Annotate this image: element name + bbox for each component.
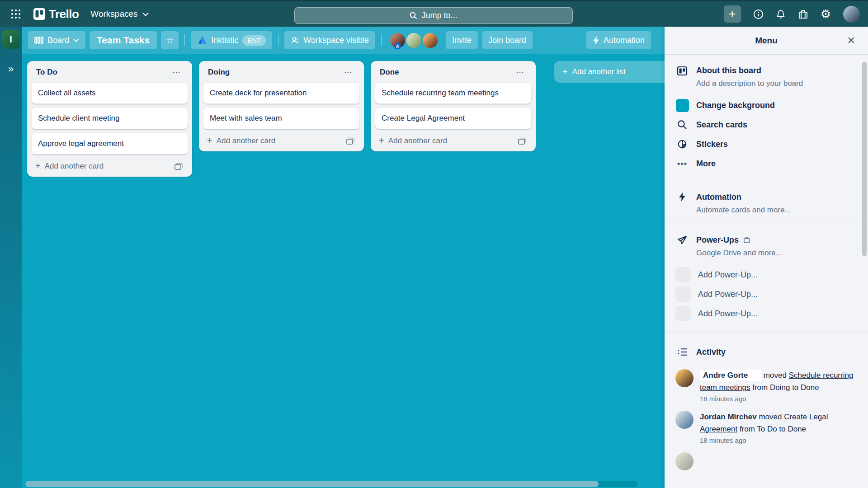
menu-item-sub: Add a description to your board [696,78,803,89]
more-dots-icon: ••• [675,159,689,169]
invite-button[interactable]: Invite [446,31,478,49]
activity-actor[interactable]: Jordan Mirchev [700,413,757,421]
plus-icon: + [35,161,41,171]
header-divider [184,34,185,46]
workspaces-dropdown[interactable]: Workspaces [89,6,150,22]
card[interactable]: Create Legal Agreement [375,108,531,129]
atlassian-logo-icon [197,35,207,45]
list-title: To Do [36,68,57,77]
settings-gear-icon[interactable]: ⚙ [821,8,831,20]
list-title: Done [380,68,399,77]
chevron-down-icon [142,12,149,16]
join-board-button[interactable]: Join board [482,31,533,49]
visibility-button[interactable]: Workspace visible [284,31,375,49]
admin-badge-icon [395,43,401,49]
add-powerup-button[interactable]: Add Power-Up... [675,305,857,322]
info-icon[interactable] [753,9,764,19]
activity-avatar[interactable] [675,369,693,387]
add-powerup-label: Add Power-Up... [698,309,758,319]
trello-logo[interactable]: Trello [33,7,79,21]
search-icon [675,120,689,130]
activity-timestamp[interactable]: 18 minutes ago [700,436,857,444]
briefcase-icon[interactable] [798,9,808,19]
activity-timestamp[interactable]: 18 minutes ago [700,395,857,403]
member-avatar[interactable] [423,33,438,48]
menu-scrollbar-thumb[interactable] [862,62,867,256]
board-view-switcher[interactable]: Board [28,31,85,49]
close-icon[interactable]: ✕ [844,34,858,47]
menu-item-label: Stickers [696,138,728,150]
add-card-button[interactable]: + Add another card [35,161,104,171]
lightning-bolt-icon [593,36,599,45]
add-powerup-label: Add Power-Up... [698,270,758,280]
card[interactable]: Meet with sales team [203,108,359,129]
star-board-button[interactable]: ☆ [161,31,179,49]
activity-to-word: to [792,383,798,392]
activity-avatar[interactable] [675,452,693,470]
activity-from-word: from [752,383,768,392]
card[interactable]: Approve legal agreement [32,133,188,155]
organization-button[interactable]: Inktistic ENT [191,31,272,49]
menu-item-label: About this board [696,65,803,76]
add-card-label: Add another card [217,136,275,145]
menu-item-more[interactable]: ••• More [675,155,857,173]
list-menu-icon[interactable]: ⋯ [170,67,183,77]
horizontal-scrollbar-track[interactable] [25,481,637,487]
activity-to-list: Done [788,425,806,433]
top-nav: Trello Workspaces Jump to... + [0,0,868,27]
trello-logo-icon [33,8,45,20]
menu-item-search-cards[interactable]: Search cards [675,116,857,134]
add-card-button[interactable]: + Add another card [207,136,275,146]
member-avatar[interactable] [406,33,421,48]
activity-from-list: Doing [770,383,790,392]
brand-name: Trello [49,7,79,21]
board-title[interactable]: Team Tasks [90,31,157,49]
list-menu-icon[interactable]: ⋯ [342,67,355,77]
board-title-text: Team Tasks [97,35,150,46]
menu-item-activity[interactable]: Activity [675,343,857,361]
workspaces-label: Workspaces [90,9,137,19]
activity-from-word: from [740,425,755,433]
menu-scrollbar-track[interactable] [862,56,867,486]
add-card-button[interactable]: + Add another card [379,136,447,146]
workspace-initial: I [9,34,12,45]
menu-item-change-background[interactable]: Change background [675,96,857,114]
add-list-label: Add another list [572,67,626,76]
user-avatar[interactable] [843,6,860,23]
activity-entry: Andre Gorte moved Schedule recurring tea… [675,369,857,403]
menu-item-about-board[interactable]: About this board Add a description to yo… [675,65,857,89]
lightning-bolt-icon [675,191,689,202]
plus-icon: + [562,67,568,77]
workspace-member-icon [291,36,299,45]
card[interactable]: Create deck for presentation [203,83,359,104]
member-avatar[interactable] [390,33,405,48]
apps-grid-icon[interactable] [8,6,24,22]
menu-title: Menu [755,36,778,46]
workspace-tile[interactable]: I [2,30,19,49]
card-template-icon[interactable] [517,136,528,146]
collapsed-sidebar: I » [0,27,22,488]
card-template-icon[interactable] [173,161,184,171]
card[interactable]: Schedule client meeting [32,108,188,129]
star-icon: ☆ [166,35,174,46]
list-menu-icon[interactable]: ⋯ [514,67,527,77]
add-powerup-button[interactable]: Add Power-Up... [675,286,857,302]
activity-actor[interactable]: Andre Gorte [700,370,761,381]
card[interactable]: Collect all assets [32,83,188,104]
powerup-placeholder-icon [675,267,691,282]
menu-item-automation[interactable]: Automation Automate cards and more... [675,191,857,216]
activity-avatar[interactable] [675,411,693,429]
search-input[interactable]: Jump to... [294,7,573,24]
automation-button[interactable]: Automation [586,31,651,49]
expand-sidebar-chevrons-icon[interactable]: » [0,63,22,75]
sticker-icon [675,139,689,149]
notifications-bell-icon[interactable] [776,9,786,19]
horizontal-scrollbar-thumb[interactable] [25,481,599,487]
add-powerup-button[interactable]: Add Power-Up... [675,267,857,283]
create-button[interactable]: + [724,5,741,23]
menu-item-stickers[interactable]: Stickers [675,135,857,153]
card[interactable]: Schedule recurring team meetings [375,83,531,104]
activity-action: moved [759,413,782,421]
card-template-icon[interactable] [345,136,356,146]
menu-item-powerups[interactable]: Power-Ups Google Drive and more... [675,234,857,258]
